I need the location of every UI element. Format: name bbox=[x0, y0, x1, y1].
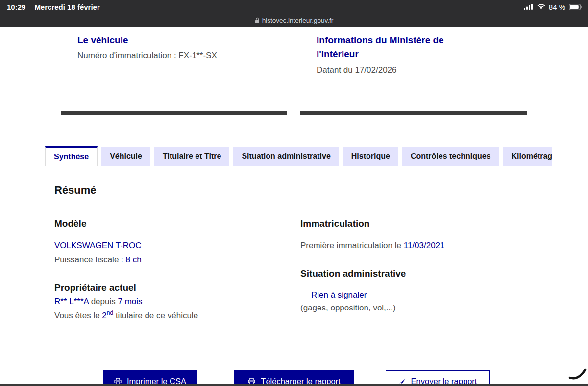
lock-icon bbox=[255, 17, 260, 24]
battery-icon bbox=[569, 4, 582, 10]
url-domain: histovec.interieur.gouv.fr bbox=[262, 17, 333, 24]
fiscal-power-line: Puissance fiscale : 8 ch bbox=[54, 255, 142, 265]
vehicle-card-body: Numéro d'immatriculation : FX-1**-SX bbox=[77, 51, 270, 61]
owner-name: R** L***A bbox=[54, 297, 89, 306]
admin-status-heading: Situation administrative bbox=[300, 268, 406, 279]
vehicle-card-title: Le véhicule bbox=[77, 33, 270, 47]
vehicle-card: Le véhicule Numéro d'immatriculation : F… bbox=[61, 27, 287, 115]
tab-vehicule-label: Véhicule bbox=[110, 152, 142, 161]
owner-since-label: depuis bbox=[89, 297, 118, 306]
fiscal-power-label: Puissance fiscale : bbox=[54, 255, 126, 264]
tab-titulaire-et-titre[interactable]: Titulaire et Titre bbox=[154, 147, 229, 166]
ministry-card-body: Datant du 17/02/2026 bbox=[317, 65, 511, 75]
owner-since-value: 7 mois bbox=[118, 297, 142, 306]
ministry-card: Informations du Ministère de l'Intérieur… bbox=[300, 27, 527, 115]
tab-kilometrage-label: Kilométrage bbox=[511, 152, 552, 161]
decorative-curve bbox=[566, 367, 587, 382]
admin-status-value: Rien à signaler bbox=[311, 290, 367, 300]
clock: 10:29 bbox=[7, 3, 25, 11]
tab-situation-label: Situation administrative bbox=[242, 152, 330, 161]
battery-percent-label: 84 % bbox=[549, 3, 565, 11]
first-registration-line: Première immatriculation le 11/03/2021 bbox=[300, 241, 445, 251]
owner-heading: Propriétaire actuel bbox=[54, 283, 136, 293]
tab-synthese[interactable]: Synthèse bbox=[45, 146, 98, 166]
tab-controles-techniques[interactable]: Contrôles techniques bbox=[402, 147, 499, 166]
tab-historique-label: Historique bbox=[351, 152, 390, 161]
screen: 10:29 Mercredi 18 février 84 % bbox=[0, 0, 588, 386]
model-name: VOLKSWAGEN T-ROC bbox=[54, 241, 142, 251]
first-registration-label: Première immatriculation le bbox=[300, 241, 404, 250]
fiscal-power-value: 8 ch bbox=[126, 255, 142, 264]
status-bar: 10:29 Mercredi 18 février 84 % bbox=[0, 0, 588, 14]
synthese-panel: Résumé Modèle VOLKSWAGEN T-ROC Puissance… bbox=[37, 166, 552, 348]
holder-rank-ordinal: nd bbox=[107, 309, 113, 316]
holder-rank-line: Vous êtes le 2nd titulaire de ce véhicul… bbox=[54, 309, 198, 321]
report-tabs: Synthèse Véhicule Titulaire et Titre Sit… bbox=[45, 146, 552, 166]
ministry-card-title: Informations du Ministère de l'Intérieur bbox=[317, 33, 478, 61]
tab-vehicule[interactable]: Véhicule bbox=[101, 147, 150, 166]
first-registration-date: 11/03/2021 bbox=[404, 241, 445, 250]
holder-suffix: titulaire de ce véhicule bbox=[113, 311, 198, 320]
model-heading: Modèle bbox=[54, 218, 86, 229]
holder-rank: 2 bbox=[102, 311, 106, 320]
bottom-edge-line bbox=[0, 384, 588, 386]
tab-situation-administrative[interactable]: Situation administrative bbox=[233, 147, 339, 166]
holder-prefix: Vous êtes le bbox=[54, 311, 102, 320]
admin-status-note: (gages, opposition, vol,...) bbox=[300, 303, 396, 313]
owner-line: R** L***A depuis 7 mois bbox=[54, 297, 143, 307]
tab-synthese-label: Synthèse bbox=[54, 153, 89, 161]
tab-controles-label: Contrôles techniques bbox=[411, 152, 491, 161]
tab-historique[interactable]: Historique bbox=[343, 147, 398, 166]
wifi-icon bbox=[537, 4, 545, 10]
registration-heading: Immatriculation bbox=[300, 218, 369, 229]
date-label: Mercredi 18 février bbox=[34, 3, 99, 11]
cellular-signal-icon bbox=[524, 4, 534, 10]
url-bar[interactable]: histovec.interieur.gouv.fr bbox=[0, 14, 588, 27]
tab-kilometrage[interactable]: Kilométrage bbox=[503, 147, 552, 166]
tab-titulaire-label: Titulaire et Titre bbox=[163, 152, 221, 161]
resume-heading: Résumé bbox=[54, 184, 97, 197]
